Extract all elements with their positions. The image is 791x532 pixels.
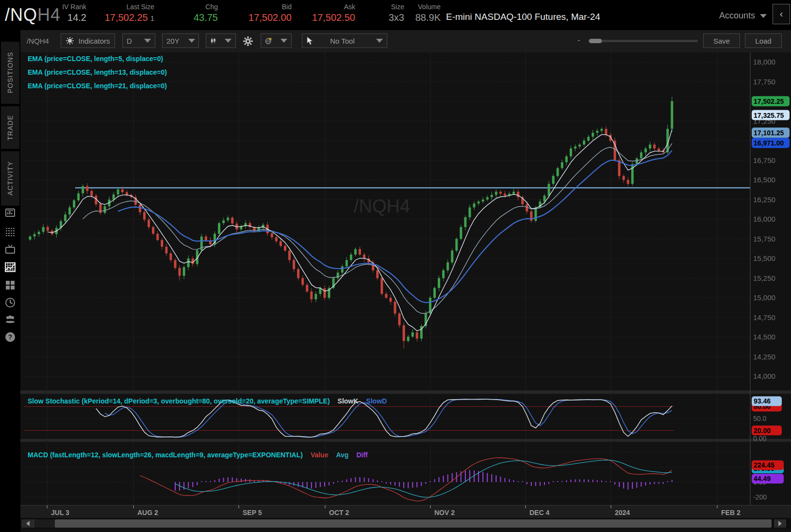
price-axis-tick: 14,750 (753, 313, 775, 322)
svg-text:17,502.25: 17,502.25 (754, 97, 784, 105)
chevron-down-icon (225, 39, 231, 43)
left-sidebar: POSITIONS TRADE ACTIVITY (0, 30, 20, 532)
price-chart-svg: /NQH418,00017,75017,50017,25017,00016,75… (20, 52, 791, 532)
quote-field-value: 17,502.50 (278, 12, 355, 23)
stoch-badge-20.00: 20.00 (752, 426, 782, 435)
community-icon[interactable] (4, 313, 16, 325)
help-icon[interactable]: ? (4, 331, 16, 343)
time-axis-label: SEP 5 (243, 509, 262, 516)
time-axis-label: OCT 2 (329, 509, 349, 516)
chart-symbol-label: /NQH4 (27, 37, 49, 45)
chart-type-dropdown[interactable] (206, 33, 236, 48)
price-badge-0: 16,971.00 (752, 138, 790, 148)
sidebar-tab-activity[interactable]: ACTIVITY (1, 151, 19, 206)
svg-text:17,101.25: 17,101.25 (754, 129, 784, 137)
time-axis-label: 2024 (615, 509, 630, 516)
sidebar-tab-trade[interactable]: TRADE (1, 106, 19, 149)
sidebar-tab-positions[interactable]: POSITIONS (1, 42, 19, 104)
ema-study-label-0[interactable]: EMA (price=CLOSE, length=5, displace=0) (28, 55, 163, 63)
chart-toolbar: /NQH4 Indicators D 20Y (20, 30, 791, 53)
price-axis-tick: 18,000 (753, 58, 775, 66)
grid-style-dropdown[interactable] (261, 33, 292, 48)
quote-header: /NQH4 IV Rank14.2Last Size17,502.251Chg4… (0, 0, 791, 30)
macd-params[interactable]: MACD (fastLength=12, slowLength=26, macd… (28, 451, 303, 459)
stochastic-params[interactable]: Slow Stochastic (kPeriod=14, dPeriod=3, … (28, 397, 330, 405)
globe-grid-icon (265, 36, 272, 46)
price-axis-tick: 15,500 (753, 254, 775, 262)
svg-text:20.00: 20.00 (754, 427, 771, 435)
load-button[interactable]: Load (745, 33, 782, 48)
time-axis-label: AUG 2 (137, 509, 158, 516)
gear-icon[interactable] (243, 36, 253, 47)
macd-badge-224.45: 224.45 (752, 460, 784, 470)
instrument-description: E-mini NASDAQ-100 Futures, Mar-24 (446, 12, 600, 22)
time-axis-label: DEC 4 (529, 509, 549, 516)
quote-field-label: Volume (363, 3, 441, 11)
history-icon[interactable] (4, 297, 16, 308)
macd-plot-avg: Avg (336, 451, 348, 459)
price-axis-tick: 16,750 (753, 156, 775, 164)
price-axis-tick: 15,250 (753, 274, 775, 282)
quote-field-volume: Volume88.9K (363, 3, 441, 23)
tv-icon[interactable] (4, 244, 16, 256)
price-axis-tick: 16,500 (753, 176, 775, 184)
stoch-plot-slowd: SlowD (366, 397, 387, 405)
chevron-down-icon (760, 14, 767, 18)
zoom-out-button[interactable]: - (577, 36, 580, 45)
stochastic-study-label: Slow Stochastic (kPeriod=14, dPeriod=3, … (28, 397, 387, 405)
indicators-burst-icon (66, 36, 74, 45)
price-axis-tick: 15,750 (753, 235, 775, 243)
svg-text:16,971.00: 16,971.00 (754, 139, 784, 147)
accounts-label: Accounts (719, 11, 755, 20)
price-badge-1: 17,101.25 (752, 128, 790, 138)
newspaper-icon[interactable] (4, 207, 16, 219)
chart-watermark: /NQH4 (354, 196, 410, 216)
quote-field-label: Chg (140, 3, 218, 11)
price-axis-tick: 17,750 (753, 78, 775, 86)
accounts-dropdown[interactable]: Accounts (719, 11, 767, 21)
svg-text:?: ? (8, 333, 13, 341)
macd-plot-diff: Diff (356, 451, 367, 459)
cursor-icon (306, 36, 313, 45)
range-dropdown[interactable]: 20Y (162, 33, 199, 48)
scrollbar-handle[interactable] (55, 519, 772, 528)
price-badge-2: 17,325.75 (752, 110, 790, 120)
price-axis-tick: 16,250 (753, 195, 775, 204)
zoom-slider-handle[interactable] (589, 39, 602, 43)
stoch-badge-93.46: 93.46 (752, 396, 782, 406)
zoom-slider[interactable] (588, 40, 698, 42)
stoch-axis-tick: 0.00 (753, 435, 766, 442)
ema-study-label-2[interactable]: EMA (price=CLOSE, length=21, displace=0) (28, 82, 167, 90)
price-axis-tick: 16,000 (753, 215, 775, 223)
svg-text:17,325.75: 17,325.75 (754, 112, 784, 119)
collapse-panel-button[interactable]: ‹ (773, 4, 790, 24)
drawing-tool-dropdown[interactable]: No Tool (302, 33, 387, 48)
chart-icon[interactable] (4, 261, 16, 273)
chevron-down-icon (144, 39, 151, 43)
quote-field-ask: Ask17,502.50 (278, 3, 355, 23)
quote-field-value: 43.75 (140, 12, 218, 23)
timeframe-dropdown[interactable]: D (122, 33, 155, 48)
price-axis-tick: 14,250 (753, 353, 775, 361)
indicators-button[interactable]: Indicators (61, 33, 115, 48)
candlestick-icon (210, 36, 216, 45)
macd-badge-44.49: 44.49 (752, 474, 784, 484)
ema-study-label-1[interactable]: EMA (price=CLOSE, length=13, displace=0) (28, 68, 167, 76)
stoch-axis-tick: 50.0 (753, 415, 766, 422)
macd-plot-value: Value (311, 451, 329, 459)
price-badge-3: 17,502.25 (752, 96, 790, 106)
time-axis-label: NOV 2 (434, 509, 455, 516)
svg-text:93.46: 93.46 (754, 397, 771, 405)
stoch-plot-slowk: SlowK (338, 397, 359, 405)
list-icon[interactable] (4, 226, 16, 238)
grid-icon[interactable] (4, 279, 16, 291)
macd-axis-tick: -200 (753, 493, 767, 501)
time-axis-label: FEB 2 (721, 509, 741, 516)
quote-field-chg: Chg43.75 (140, 3, 218, 23)
chevron-down-icon (188, 39, 195, 43)
quote-field-value: 88.9K (363, 12, 441, 23)
macd-study-label: MACD (fastLength=12, slowLength=26, macd… (28, 451, 368, 459)
svg-text:224.45: 224.45 (754, 461, 775, 469)
save-button[interactable]: Save (703, 33, 740, 48)
price-axis-tick: 15,000 (753, 293, 775, 302)
